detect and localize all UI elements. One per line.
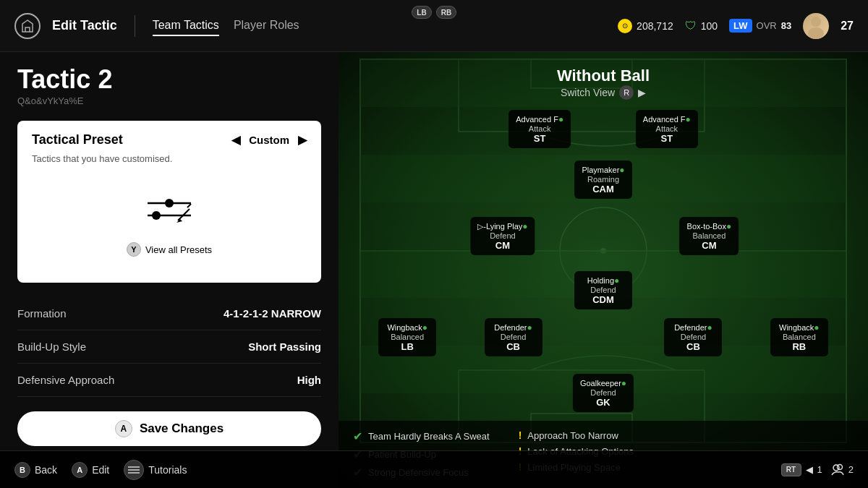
rt-value: 1 — [817, 464, 822, 475]
player-cb-left-pos: CB — [492, 341, 535, 352]
player-cm-right-name: Box-to-Box● — [687, 221, 732, 231]
defensive-value: High — [297, 374, 321, 386]
player-st-right-role: Attack — [643, 124, 691, 133]
y-button: Y — [127, 242, 141, 257]
player-cm-right[interactable]: Box-to-Box● Balanced CM — [680, 217, 739, 255]
shield-display: 🛡 100 — [685, 20, 718, 33]
player-rb-role: Balanced — [778, 333, 821, 341]
left-panel: Tactic 2 Q&o&vYkYa%E Tactical Preset ◀ C… — [0, 52, 339, 488]
preset-prev-arrow[interactable]: ◀ — [231, 133, 240, 147]
save-label: Save Changes — [140, 421, 224, 436]
svg-point-25 — [837, 464, 842, 469]
preset-nav: ◀ Custom ▶ — [231, 133, 307, 147]
svg-point-0 — [811, 17, 821, 27]
player-cm-left-name: ▷-Lying Play● — [477, 221, 527, 231]
player-st-right[interactable]: Advanced F● Attack ST — [636, 110, 698, 148]
view-all-label: View all Presets — [145, 244, 212, 255]
switch-view-label: Switch View — [561, 87, 615, 98]
player-cm-left-role: Defend — [477, 231, 527, 240]
main-content: Tactic 2 Q&o&vYkYa%E Tactical Preset ◀ C… — [0, 52, 868, 488]
tab-team-tactics[interactable]: Team Tactics — [153, 16, 219, 36]
player-cm-left[interactable]: ▷-Lying Play● Defend CM — [470, 217, 535, 255]
player-cb-right-role: Defend — [671, 333, 715, 341]
preset-icon-area: Y View all Presets — [32, 176, 307, 271]
tactic-title: Tactic 2 — [17, 67, 321, 93]
tutorials-action[interactable]: Tutorials — [124, 460, 187, 480]
coin-value: 208,712 — [637, 20, 673, 32]
edit-label: Edit — [92, 464, 109, 476]
rt-button: RT — [781, 463, 801, 476]
rb-button[interactable]: RB — [436, 6, 456, 19]
app-logo — [14, 13, 41, 39]
player-st-left[interactable]: Advanced F● Attack ST — [509, 110, 571, 148]
tactic-subtitle: Q&o&vYkYa%E — [17, 95, 321, 106]
player-st-right-name: Advanced F● — [643, 114, 691, 124]
edit-action[interactable]: A Edit — [72, 462, 109, 478]
formation-row[interactable]: Formation 4-1-2-1-2 NARROW — [17, 297, 321, 330]
svg-line-8 — [187, 204, 191, 207]
player-st-left-pos: ST — [516, 133, 563, 144]
svg-point-5 — [152, 211, 161, 220]
player-cam-role: Roaming — [582, 175, 625, 184]
avatar — [803, 13, 829, 39]
buildup-row[interactable]: Build-Up Style Short Passing — [17, 330, 321, 364]
coin-display: ⊙ 208,712 — [618, 19, 673, 33]
svg-point-3 — [165, 199, 174, 207]
pro-item-1: ✔ Team Hardly Breaks A Sweat — [353, 429, 490, 443]
save-changes-button[interactable]: A Save Changes — [17, 411, 321, 446]
bottom-right-indicators: RT ◀ 1 2 — [781, 463, 854, 476]
player-gk-role: Defend — [580, 388, 626, 397]
switch-arrow: ▶ — [638, 87, 646, 98]
player-position-display: LW OVR 83 — [729, 19, 791, 33]
player-cb-left-name: Defender● — [492, 322, 535, 333]
buildup-value: Short Passing — [248, 341, 321, 353]
formation-label: Formation — [17, 307, 67, 320]
back-action[interactable]: B Back — [14, 462, 57, 478]
view-all-presets[interactable]: Y View all Presets — [127, 242, 212, 257]
preset-next-arrow[interactable]: ▶ — [298, 133, 307, 147]
con-item-1: ! Approach Too Narrow — [519, 429, 634, 441]
player-cam[interactable]: Playmaker● Roaming CAM — [574, 160, 632, 199]
nav-divider — [135, 15, 135, 37]
player-gk-name: Goalkeeper● — [580, 378, 626, 388]
view-title: Without Ball — [557, 67, 650, 85]
ovr-value: 83 — [781, 20, 791, 31]
a-button-bottom: A — [72, 462, 88, 478]
defensive-label: Defensive Approach — [17, 374, 114, 386]
coin-icon: ⊙ — [618, 19, 632, 33]
b-button: B — [14, 462, 30, 478]
players-value: 2 — [848, 464, 854, 475]
tutorials-label: Tutorials — [148, 464, 187, 476]
tactical-preset-card: Tactical Preset ◀ Custom ▶ Tactics that … — [17, 121, 321, 283]
shield-icon: 🛡 — [685, 20, 697, 33]
player-cm-right-pos: CM — [687, 240, 732, 251]
nav-tabs: Team Tactics Player Roles — [153, 16, 299, 36]
player-lb-pos: LB — [386, 341, 429, 352]
defensive-row[interactable]: Defensive Approach High — [17, 364, 321, 397]
player-cdm-pos: CDM — [582, 294, 625, 305]
switch-view-control[interactable]: Switch View R ▶ — [557, 85, 650, 100]
players-icon — [831, 463, 844, 476]
preset-card-header: Tactical Preset ◀ Custom ▶ — [32, 132, 307, 147]
player-lb-role: Balanced — [386, 333, 429, 341]
pro-text-1: Team Hardly Breaks A Sweat — [368, 431, 490, 442]
player-gk[interactable]: Goalkeeper● Defend GK — [573, 374, 634, 412]
ovr-label: OVR — [757, 20, 777, 31]
player-st-left-role: Attack — [516, 124, 563, 133]
player-cb-right-name: Defender● — [671, 322, 715, 333]
without-ball-title: Without Ball Switch View R ▶ — [557, 67, 650, 100]
player-rb[interactable]: Wingback● Balanced RB — [770, 318, 828, 356]
player-cdm[interactable]: Holding● Defend CDM — [574, 271, 632, 309]
player-cb-right[interactable]: Defender● Defend CB — [664, 318, 722, 356]
player-cb-left[interactable]: Defender● Defend CB — [485, 318, 542, 356]
player-st-right-pos: ST — [643, 133, 691, 144]
player-lb[interactable]: Wingback● Balanced LB — [378, 318, 436, 356]
player-cam-name: Playmaker● — [582, 165, 625, 175]
tab-player-roles[interactable]: Player Roles — [234, 16, 299, 36]
warn-icon-1: ! — [519, 429, 522, 441]
preset-card-title: Tactical Preset — [32, 132, 123, 147]
lb-button[interactable]: LB — [412, 6, 432, 19]
save-btn-container: A Save Changes — [17, 411, 321, 446]
player-st-left-name: Advanced F● — [516, 114, 563, 124]
preset-tactics-icon — [140, 190, 198, 234]
